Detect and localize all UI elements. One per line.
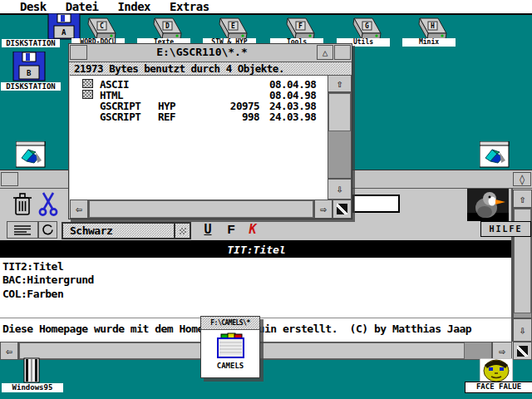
- svg-text:F: F: [298, 22, 303, 30]
- file-h-scrollbar-track[interactable]: [88, 200, 314, 219]
- editor-scroll-up-icon[interactable]: ⇧: [513, 190, 532, 208]
- scissors-icon[interactable]: [37, 191, 59, 220]
- document-line: COL:Farben: [2, 288, 63, 301]
- file-size: 998: [191, 111, 259, 122]
- svg-text:G: G: [365, 22, 369, 30]
- file-window-full-icon[interactable]: [334, 45, 351, 60]
- camels-window: F:\CAMELS\* CAMELS: [200, 316, 260, 378]
- file-date: 24.03.98: [269, 111, 316, 122]
- folder-icon: [82, 90, 93, 99]
- file-window-iconify-icon[interactable]: △: [317, 45, 333, 60]
- penguin-logo: [467, 189, 509, 221]
- reload-button[interactable]: [38, 221, 57, 239]
- file-v-scrollbar-slider[interactable]: [328, 93, 351, 131]
- toolbar-field[interactable]: [352, 195, 400, 213]
- desktop: Desk Datei Index Extras A DISKSTATION B …: [0, 0, 532, 399]
- document-heading-bar: TIT:Titel: [0, 243, 513, 258]
- gem-window-icon-left[interactable]: [16, 141, 46, 171]
- file-window-close-icon[interactable]: [70, 45, 87, 60]
- svg-text:C: C: [100, 22, 104, 30]
- file-scroll-up-icon[interactable]: ⇧: [328, 75, 352, 92]
- file-list: ASCII 08.04.98 HTML 08.04.98 GSCRIPT HYP…: [70, 75, 328, 200]
- camels-folder-icon[interactable]: [214, 332, 247, 363]
- file-h-scrollbar-slider[interactable]: [89, 200, 313, 218]
- menu-item-datei[interactable]: Datei: [66, 0, 99, 13]
- menu-item-index[interactable]: Index: [117, 0, 150, 13]
- editor-scroll-down-icon[interactable]: ⇩: [513, 318, 532, 342]
- floppy-label-b: DISKSTATION: [1, 82, 61, 91]
- file-scroll-left-icon[interactable]: ⇦: [70, 200, 88, 219]
- floppy-icon-a[interactable]: A: [47, 13, 81, 40]
- file-scroll-down-icon[interactable]: ⇩: [328, 179, 352, 200]
- file-name: GSCRIPT: [100, 111, 158, 122]
- camels-window-title[interactable]: F:\CAMELS\*: [201, 317, 259, 330]
- camels-folder-label: CAMELS: [201, 362, 259, 370]
- editor-close-icon[interactable]: [1, 172, 18, 186]
- windows95-trash-icon[interactable]: [22, 357, 42, 387]
- menu-item-extras[interactable]: Extras: [170, 0, 209, 13]
- svg-text:H: H: [431, 22, 435, 30]
- file-row[interactable]: GSCRIPT REF 998 24.03.98: [70, 111, 328, 122]
- svg-text:E: E: [231, 22, 235, 30]
- trash-icon[interactable]: [12, 192, 33, 220]
- hilfe-button[interactable]: HILFE: [480, 221, 531, 237]
- editor-scroll-left-icon[interactable]: ⇦: [0, 342, 18, 360]
- face-falue-label: FACE FALUE: [465, 382, 532, 393]
- file-resize-handle[interactable]: [332, 200, 352, 219]
- editor-scroll-right-icon[interactable]: ⇨: [492, 342, 512, 360]
- bold-button[interactable]: F: [223, 222, 239, 237]
- svg-text:D: D: [165, 22, 170, 30]
- folder-icon: [82, 79, 93, 88]
- floppy-label-a: DISKSTATION: [2, 39, 60, 47]
- camels-window-body: CAMELS: [201, 330, 259, 377]
- gem-window-icon-right[interactable]: [480, 141, 510, 171]
- floppy-icon-b[interactable]: B: [12, 52, 47, 81]
- document-line: BAC:Hintergrund: [2, 273, 94, 287]
- document-line: TIT2:Titel: [2, 260, 63, 273]
- file-v-scrollbar-track[interactable]: [328, 92, 352, 179]
- underline-button[interactable]: U: [200, 222, 216, 237]
- color-dropdown-value: Schwarz: [63, 224, 112, 237]
- file-window-title-bar[interactable]: E:\GSCR110\*.* △: [69, 44, 352, 62]
- file-scroll-right-icon[interactable]: ⇨: [314, 200, 332, 219]
- drive-label-h: Minix: [402, 38, 456, 47]
- svg-text:B: B: [27, 69, 32, 77]
- editor-resize-handle[interactable]: [513, 342, 532, 360]
- svg-text:A: A: [62, 28, 66, 37]
- file-window-title: E:\GSCR110\*.*: [88, 46, 316, 58]
- italic-button[interactable]: K: [244, 222, 261, 237]
- windows95-trash-label: Windows95: [2, 383, 63, 392]
- file-ext: REF: [158, 111, 191, 122]
- file-window: E:\GSCR110\*.* △ 21973 Bytes benutzt dur…: [68, 43, 352, 219]
- align-button[interactable]: [7, 221, 38, 239]
- menu-item-desk[interactable]: Desk: [20, 0, 47, 13]
- dropdown-popup-icon[interactable]: [174, 224, 190, 238]
- editor-full-icon[interactable]: ◊: [513, 172, 531, 186]
- file-window-info-bar: 21973 Bytes benutzt durch 4 Objekte.: [70, 62, 351, 75]
- color-dropdown[interactable]: Schwarz: [62, 222, 191, 239]
